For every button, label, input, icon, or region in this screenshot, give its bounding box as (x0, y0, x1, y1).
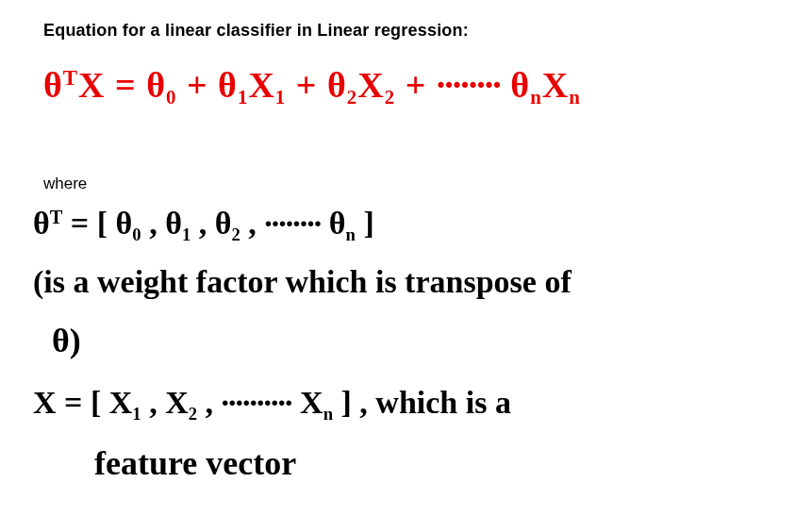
x-vector-definition-line2: feature vector (94, 443, 296, 483)
theta-transpose-definition: θT = [ θ0 , θ1 , θ2 , ········ θn ] (33, 206, 374, 245)
main-equation: θTX = θ0 + θ1X1 + θ2X2 + ········ θnXn (43, 64, 581, 109)
page-title: Equation for a linear classifier in Line… (43, 21, 469, 41)
weight-factor-note-line2: θ) (52, 321, 81, 360)
where-label: where (43, 175, 87, 193)
weight-factor-note-line1: (is a weight factor which is transpose o… (33, 264, 572, 300)
x-vector-definition-line1: X = [ X1 , X2 , ·········· Xn ] , which … (33, 385, 511, 424)
document-page: Equation for a linear classifier in Line… (0, 0, 812, 516)
